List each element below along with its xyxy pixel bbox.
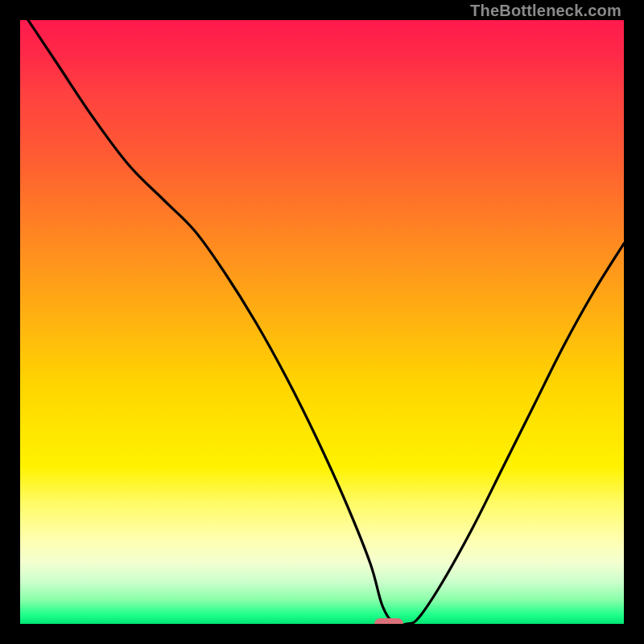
bottleneck-curve [20, 20, 624, 624]
watermark-text: TheBottleneck.com [470, 2, 621, 20]
plot-area [20, 20, 624, 624]
chart-frame: TheBottleneck.com [0, 0, 644, 644]
curve-svg [20, 20, 624, 624]
optimal-marker [374, 618, 403, 624]
